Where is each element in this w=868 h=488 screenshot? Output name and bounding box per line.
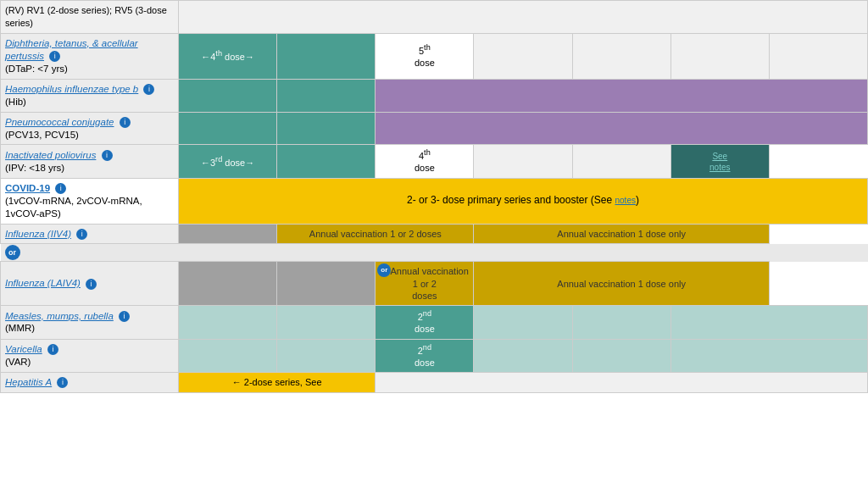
pcv-purple bbox=[376, 112, 868, 145]
covid-content: 2- or 3- dose primary series and booster… bbox=[179, 178, 868, 224]
row-covid: COVID-19 i (1vCOV-mRNA, 2vCOV-mRNA, 1vCO… bbox=[1, 178, 868, 224]
pcv-teal2 bbox=[277, 112, 376, 145]
row-hepa: Hepatitis A i ← 2-dose series, See bbox=[1, 372, 868, 392]
mmr-info-icon[interactable]: i bbox=[119, 311, 130, 322]
iiv-annual2: Annual vaccination 1 dose only bbox=[474, 224, 769, 244]
row-dtap: Diphtheria, tetanus, & acellular pertuss… bbox=[1, 33, 868, 79]
mmr-lt1 bbox=[179, 306, 277, 339]
iiv-grey1 bbox=[179, 224, 277, 244]
covid-link[interactable]: COVID-19 bbox=[5, 183, 50, 193]
row-ipv: Inactivated poliovirus i (IPV: <18 yrs) … bbox=[1, 145, 868, 178]
hib-teal2 bbox=[277, 79, 376, 112]
laiv-annual1: or Annual vaccination 1 or 2doses bbox=[376, 262, 474, 306]
laiv-grey2 bbox=[277, 262, 376, 306]
ipv-notes-link[interactable]: Seenotes bbox=[709, 152, 730, 172]
pcv-info-icon[interactable]: i bbox=[120, 117, 131, 128]
row-rv: (RV) RV1 (2-dose series); RV5 (3-dose se… bbox=[1, 1, 868, 34]
dtap-dose5: 5thdose bbox=[376, 33, 474, 79]
iiv-info-icon[interactable]: i bbox=[76, 229, 87, 240]
dtap-col7 bbox=[769, 33, 867, 79]
ipv-subtitle: (IPV: <18 yrs) bbox=[5, 163, 64, 173]
vaccine-name-laiv: Influenza (LAIV4) i bbox=[1, 262, 179, 306]
vaccine-name-pcv: Pneumococcal conjugate i (PCV13, PCV15) bbox=[1, 112, 179, 145]
var-lt1 bbox=[179, 339, 277, 372]
mmr-lt3 bbox=[474, 306, 572, 339]
var-dose2: 2nddose bbox=[376, 339, 474, 372]
vaccine-name-varicella: Varicella i (VAR) bbox=[1, 339, 179, 372]
dtap-link[interactable]: Diphtheria, tetanus, & acellular pertuss… bbox=[5, 38, 138, 61]
pcv-subtitle: (PCV13, PCV15) bbox=[5, 130, 79, 140]
hib-teal1 bbox=[179, 79, 277, 112]
ipv-link[interactable]: Inactivated poliovirus bbox=[5, 150, 96, 160]
row-influenza-iiv: Influenza (IIV4) i Annual vaccination 1 … bbox=[1, 224, 868, 244]
vaccine-name-hib: Haemophilus influenzae type b i (Hib) bbox=[1, 79, 179, 112]
covid-info-icon[interactable]: i bbox=[55, 183, 66, 194]
mmr-link[interactable]: Measles, mumps, rubella bbox=[5, 311, 114, 321]
ipv-col5 bbox=[572, 145, 670, 178]
iiv-link[interactable]: Influenza (IIV4) bbox=[5, 229, 71, 239]
hib-subtitle: (Hib) bbox=[5, 97, 26, 107]
laiv-annual2: Annual vaccination 1 dose only bbox=[474, 262, 769, 306]
var-lt4 bbox=[572, 339, 670, 372]
rv-empty bbox=[179, 1, 868, 34]
hepa-info-icon[interactable]: i bbox=[57, 377, 68, 388]
rv-label: (RV) RV1 (2-dose series); RV5 (3-dose se… bbox=[5, 5, 167, 28]
row-influenza-laiv: Influenza (LAIV4) i or Annual vaccinatio… bbox=[1, 262, 868, 306]
covid-notes-link[interactable]: notes bbox=[615, 196, 635, 205]
or-label: or bbox=[1, 244, 179, 262]
iiv-annual1: Annual vaccination 1 or 2 doses bbox=[277, 224, 474, 244]
vaccine-name-covid: COVID-19 i (1vCOV-mRNA, 2vCOV-mRNA, 1vCO… bbox=[1, 178, 179, 224]
hib-purple bbox=[376, 79, 868, 112]
or-separator-row: or bbox=[1, 244, 868, 262]
laiv-info-icon[interactable]: i bbox=[86, 279, 97, 290]
vaccine-name-mmr: Measles, mumps, rubella i (MMR) bbox=[1, 306, 179, 339]
vaccination-schedule-table: { "rows": [ { "id": "rv", "name": "(RV) … bbox=[0, 0, 868, 393]
ipv-see-notes: Seenotes bbox=[670, 145, 769, 178]
dtap-col2 bbox=[277, 33, 376, 79]
mmr-dose2: 2nddose bbox=[376, 306, 474, 339]
varicella-info-icon[interactable]: i bbox=[47, 344, 58, 355]
mmr-lt2 bbox=[277, 306, 376, 339]
schedule-table: (RV) RV1 (2-dose series); RV5 (3-dose se… bbox=[0, 0, 868, 393]
varicella-subtitle: (VAR) bbox=[5, 357, 31, 367]
ipv-col4 bbox=[474, 145, 572, 178]
hib-info-icon[interactable]: i bbox=[143, 84, 154, 95]
ipv-info-icon[interactable]: i bbox=[102, 150, 113, 161]
dtap-dose4: ←4th dose→ bbox=[179, 33, 277, 79]
hib-link[interactable]: Haemophilus influenzae type b bbox=[5, 84, 138, 94]
dtap-col6 bbox=[670, 33, 769, 79]
mmr-lt4 bbox=[572, 306, 670, 339]
covid-subtitle: (1vCOV-mRNA, 2vCOV-mRNA, 1vCOV-aPS) bbox=[5, 196, 142, 219]
mmr-lt5 bbox=[670, 306, 867, 339]
row-hib: Haemophilus influenzae type b i (Hib) bbox=[1, 79, 868, 112]
vaccine-name-ipv: Inactivated poliovirus i (IPV: <18 yrs) bbox=[1, 145, 179, 178]
hepa-link[interactable]: Hepatitis A bbox=[5, 377, 52, 387]
or-circle: or bbox=[5, 245, 20, 260]
vaccine-name-iiv: Influenza (IIV4) i bbox=[1, 224, 179, 244]
dtap-info-icon[interactable]: i bbox=[49, 51, 60, 62]
dtap-subtitle: (DTaP: <7 yrs) bbox=[5, 64, 68, 74]
dtap-col5 bbox=[572, 33, 670, 79]
laiv-grey1 bbox=[179, 262, 277, 306]
pcv-teal1 bbox=[179, 112, 277, 145]
or-empty bbox=[179, 244, 868, 262]
row-varicella: Varicella i (VAR) 2nddose bbox=[1, 339, 868, 372]
ipv-dose4: 4thdose bbox=[376, 145, 474, 178]
row-pcv: Pneumococcal conjugate i (PCV13, PCV15) bbox=[1, 112, 868, 145]
var-lt5 bbox=[670, 339, 867, 372]
vaccine-name-hepa: Hepatitis A i bbox=[1, 372, 179, 392]
vaccine-name-rv: (RV) RV1 (2-dose series); RV5 (3-dose se… bbox=[1, 1, 179, 34]
mmr-subtitle: (MMR) bbox=[5, 323, 35, 333]
ipv-dose3: ←3rd dose→ bbox=[179, 145, 277, 178]
var-lt3 bbox=[474, 339, 572, 372]
varicella-link[interactable]: Varicella bbox=[5, 344, 42, 354]
laiv-link[interactable]: Influenza (LAIV4) bbox=[5, 278, 81, 288]
pcv-link[interactable]: Pneumococcal conjugate bbox=[5, 117, 114, 127]
hepa-empty bbox=[376, 372, 868, 392]
row-mmr: Measles, mumps, rubella i (MMR) 2nddose bbox=[1, 306, 868, 339]
ipv-teal2 bbox=[277, 145, 376, 178]
dtap-col4 bbox=[474, 33, 572, 79]
vaccine-name-dtap: Diphtheria, tetanus, & acellular pertuss… bbox=[1, 33, 179, 79]
var-lt2 bbox=[277, 339, 376, 372]
laiv-or-circle: or bbox=[377, 263, 391, 277]
